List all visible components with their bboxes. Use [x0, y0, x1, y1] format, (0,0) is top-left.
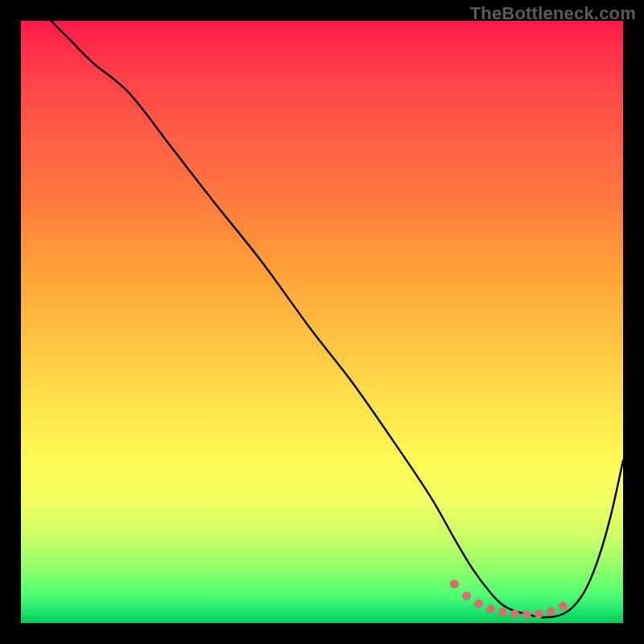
highlight-dot	[450, 580, 459, 588]
highlight-dot	[486, 605, 495, 613]
highlight-dot	[559, 602, 568, 611]
highlight-dot	[498, 608, 507, 617]
bottleneck-curve-line	[51, 21, 623, 617]
curve-svg	[21, 21, 623, 623]
highlight-dot	[462, 592, 471, 601]
highlight-dots	[450, 580, 568, 619]
highlight-dot	[474, 600, 483, 609]
highlight-dot	[522, 610, 531, 619]
highlight-dot	[547, 607, 555, 616]
highlight-dot	[510, 609, 519, 618]
plot-area	[21, 21, 623, 623]
chart-frame: TheBottleneck.com	[0, 0, 644, 644]
highlight-dot	[535, 609, 543, 618]
